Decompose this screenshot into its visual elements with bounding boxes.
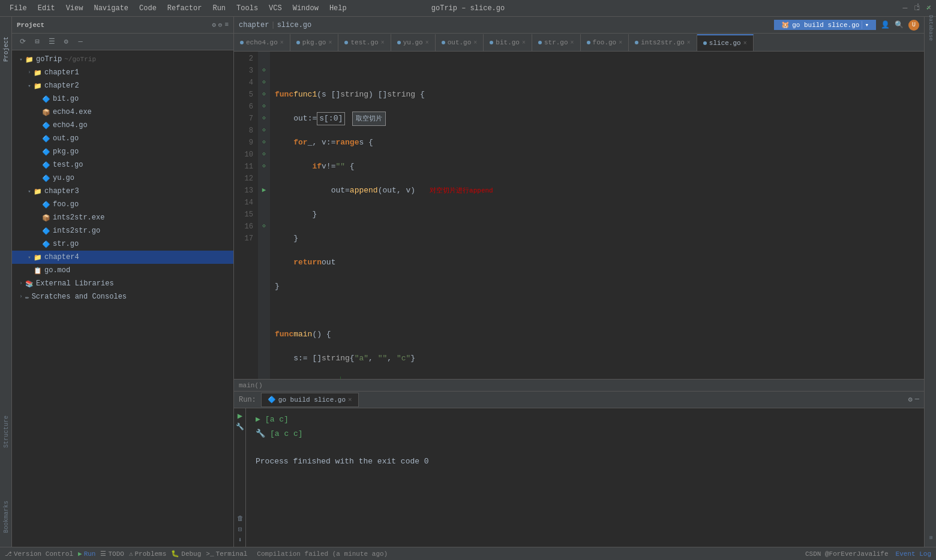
- menu-run[interactable]: Run: [208, 3, 230, 14]
- collapse-all-icon[interactable]: ⊟: [31, 36, 43, 48]
- tree-item-ints2str-exe[interactable]: 📦 ints2str.exe: [12, 211, 233, 224]
- tree-item-scratches[interactable]: › ✏️ Scratches and Consoles: [12, 290, 233, 303]
- run-copy-icon[interactable]: ⊡: [235, 524, 245, 534]
- minus-icon[interactable]: —: [74, 36, 86, 48]
- tree-item-yu-go[interactable]: 🔷 yu.go: [12, 171, 233, 185]
- tree-root[interactable]: ▾ 📁 goTrip ~/goTrip: [12, 53, 233, 66]
- menu-bar[interactable]: File Edit View Navigate Code Refactor Ru…: [5, 3, 352, 14]
- status-problems[interactable]: ⚠ Problems: [129, 550, 166, 558]
- run-left-icons: ▶ 🔧 🗑 ⊡ ⬇: [234, 408, 246, 547]
- chapter1-arrow-icon: ›: [25, 70, 34, 76]
- menu-file[interactable]: File: [5, 3, 32, 14]
- tab-close-pkg[interactable]: ×: [328, 40, 332, 46]
- tree-item-echo4-go[interactable]: 🔷 echo4.go: [12, 119, 233, 132]
- project-header-icons[interactable]: ⚙ ⊖ ≡: [212, 21, 229, 29]
- breadcrumb-chapter[interactable]: chapter: [239, 21, 269, 29]
- tab-close-test[interactable]: ×: [381, 40, 385, 46]
- tab-pkg-go[interactable]: pkg.go ×: [290, 34, 339, 51]
- tab-dot-pkg: [296, 41, 300, 44]
- tab-test-go[interactable]: test.go ×: [338, 34, 391, 51]
- menu-code[interactable]: Code: [134, 3, 161, 14]
- gutter-13[interactable]: ▶: [258, 183, 270, 195]
- build-dropdown-icon[interactable]: ▾: [862, 21, 869, 29]
- tab-close-echo4[interactable]: ×: [280, 40, 284, 46]
- code-content[interactable]: func func1(s []string) []string { out :=…: [270, 52, 924, 379]
- tab-str-go[interactable]: str.go ×: [532, 34, 581, 51]
- tab-ints2str-go[interactable]: ints2str.go ×: [629, 34, 697, 51]
- tab-close-slice[interactable]: ×: [743, 40, 747, 47]
- tree-item-chapter2[interactable]: ▾ 📁 chapter2: [12, 79, 233, 92]
- code-line-7: out = append(out, v)对空切片进行append: [275, 185, 919, 197]
- tab-bit-go[interactable]: bit.go ×: [484, 34, 532, 51]
- menu-window[interactable]: Window: [288, 3, 323, 14]
- run-play-icon[interactable]: ▶: [235, 411, 245, 420]
- tab-echo4-go[interactable]: echo4.go ×: [234, 34, 290, 51]
- menu-vcs[interactable]: VCS: [264, 3, 287, 14]
- database-sidebar-btn[interactable]: Database: [926, 19, 935, 37]
- tree-item-pkg-go[interactable]: 🔷 pkg.go: [12, 145, 233, 158]
- status-debug[interactable]: 🐛 Debug: [171, 550, 201, 558]
- run-collapse-icon[interactable]: —: [915, 395, 919, 404]
- bookmarks-sidebar-toggle[interactable]: Bookmarks: [1, 499, 11, 535]
- tree-item-echo4-exe[interactable]: 📦 echo4.exe: [12, 106, 233, 119]
- run-scroll-down-icon[interactable]: ⬇: [235, 535, 245, 544]
- structure-sidebar-toggle[interactable]: Structure: [1, 414, 11, 450]
- tree-item-foo-go[interactable]: 🔷 foo.go: [12, 198, 233, 211]
- breadcrumb-file[interactable]: slice.go: [277, 21, 312, 29]
- tab-close-foo[interactable]: ×: [619, 40, 622, 46]
- sync-icon[interactable]: ⟳: [17, 36, 29, 48]
- status-todo[interactable]: ☰ TODO: [100, 550, 124, 558]
- menu-help[interactable]: Help: [325, 3, 352, 14]
- tab-slice-go[interactable]: slice.go ×: [697, 34, 754, 51]
- code-editor[interactable]: 2 3 4 5 6 7 8 9 10 11 12 13 14 15 16 17: [234, 52, 924, 379]
- run-panel-controls[interactable]: ⚙ —: [908, 395, 919, 404]
- status-terminal[interactable]: >_ Terminal: [206, 550, 247, 558]
- tab-close-bit[interactable]: ×: [522, 40, 526, 46]
- project-more-icon[interactable]: ≡: [224, 21, 229, 29]
- tab-yu-go[interactable]: yu.go ×: [391, 34, 436, 51]
- settings2-icon[interactable]: ⚙: [60, 36, 72, 48]
- tree-item-test-go[interactable]: 🔷 test.go: [12, 158, 233, 171]
- run-tab-build[interactable]: 🔷 go build slice.go ×: [261, 393, 359, 407]
- user-avatar[interactable]: U: [908, 20, 919, 31]
- tree-item-out-go[interactable]: 🔷 out.go: [12, 132, 233, 145]
- tree-item-external-libs[interactable]: › 📚 External Libraries: [12, 277, 233, 290]
- tab-out-go[interactable]: out.go ×: [436, 34, 484, 51]
- tree-item-go-mod[interactable]: 📋 go.mod: [12, 264, 233, 277]
- run-trash-icon[interactable]: 🗑: [235, 513, 245, 523]
- build-run-btn[interactable]: 🐹 go build slice.go ▾: [774, 20, 876, 30]
- user-icon[interactable]: 👤: [881, 20, 890, 29]
- tree-item-chapter4[interactable]: ▾ 📁 chapter4: [12, 251, 233, 264]
- menu-edit[interactable]: Edit: [33, 3, 60, 14]
- search-icon[interactable]: 🔍: [895, 20, 904, 29]
- event-log-link[interactable]: Event Log: [896, 550, 931, 558]
- tab-foo-go[interactable]: foo.go ×: [581, 34, 629, 51]
- run-tab-close-icon[interactable]: ×: [348, 396, 352, 404]
- run-wrench-icon[interactable]: 🔧: [235, 421, 245, 431]
- minimize-btn[interactable]: —: [903, 4, 908, 13]
- menu-refactor[interactable]: Refactor: [163, 3, 207, 14]
- menu-view[interactable]: View: [61, 3, 88, 14]
- out-go-icon: 🔷: [42, 135, 50, 143]
- tree-item-chapter3[interactable]: ▾ 📁 chapter3: [12, 185, 233, 198]
- run-output-line-4: Process finished with the exit code 0: [256, 455, 914, 468]
- expand-all-icon[interactable]: ☰: [46, 36, 58, 48]
- tab-close-str[interactable]: ×: [571, 40, 574, 46]
- run-settings-icon[interactable]: ⚙: [908, 395, 913, 404]
- tree-item-bit-go[interactable]: 🔷 bit.go: [12, 92, 233, 106]
- tab-close-ints2str[interactable]: ×: [687, 40, 691, 46]
- menu-navigate[interactable]: Navigate: [89, 3, 133, 14]
- project-sidebar-toggle[interactable]: Project: [1, 31, 11, 67]
- status-version-control[interactable]: ⎇ Version Control: [5, 550, 73, 558]
- tree-item-ints2str-go[interactable]: 🔷 ints2str.go: [12, 224, 233, 237]
- project-settings-icon[interactable]: ⚙: [212, 21, 216, 29]
- menu-tools[interactable]: Tools: [232, 3, 263, 14]
- maven-sidebar-btn[interactable]: m: [926, 529, 935, 547]
- tab-close-yu[interactable]: ×: [425, 40, 429, 46]
- tree-item-str-go[interactable]: 🔷 str.go: [12, 237, 233, 251]
- status-run[interactable]: ▶ Run: [78, 550, 95, 558]
- tree-item-chapter1[interactable]: › 📁 chapter1: [12, 66, 233, 79]
- tree-chapter2-label: chapter2: [44, 82, 79, 90]
- project-collapse-icon[interactable]: ⊖: [218, 21, 223, 29]
- tab-close-out[interactable]: ×: [473, 40, 477, 46]
